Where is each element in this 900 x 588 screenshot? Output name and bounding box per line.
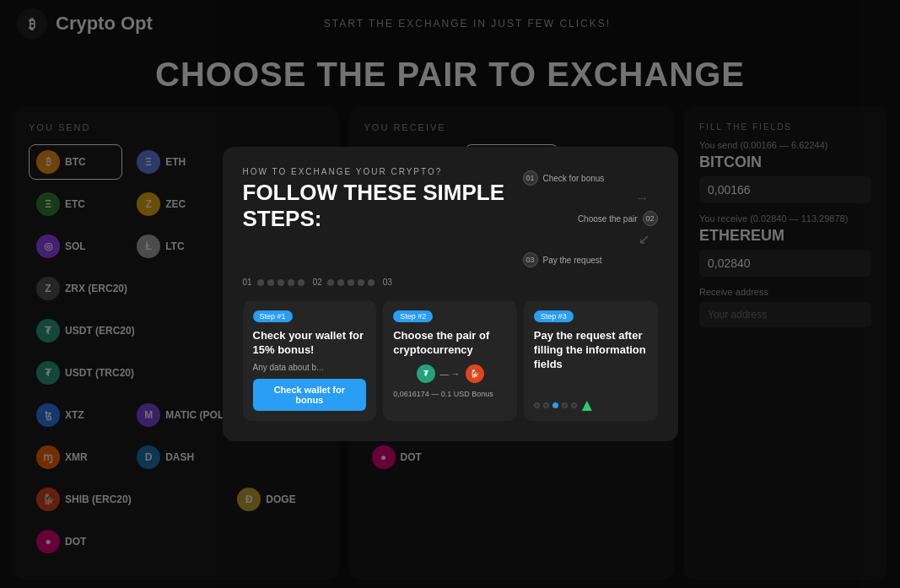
- card2-coins: ₮ —→ 🐕: [393, 364, 507, 383]
- modal-overlay[interactable]: HOW TO EXCHANGE YOUR CRYPTO? FOLLOW THES…: [0, 0, 900, 588]
- diagram-step2: Choose the pair 02: [523, 211, 658, 226]
- diag-circle-2: 02: [643, 211, 658, 226]
- dot-1: [534, 402, 540, 408]
- step-dot-2b: [337, 279, 344, 286]
- diagram-step3: 03 Pay the request: [523, 252, 658, 267]
- modal-title: FOLLOW THESE SIMPLE STEPS:: [243, 180, 523, 232]
- step-num-2: 02: [313, 278, 322, 287]
- card2-progress: 0,0616174 — 0.1 USD Bonus: [393, 390, 507, 398]
- modal: HOW TO EXCHANGE YOUR CRYPTO? FOLLOW THES…: [223, 147, 678, 441]
- step-dot-2a: [327, 279, 334, 286]
- step-dot-2d: [358, 279, 364, 286]
- step-num-3: 03: [383, 278, 392, 287]
- step-card-2: Step #2 Choose the pair of cryptocurrenc…: [383, 300, 517, 421]
- card3-dots: [534, 401, 592, 411]
- step-card-3: Step #3 Pay the request after filling th…: [524, 300, 658, 421]
- dot-2: [543, 402, 549, 408]
- diag-label-3: Pay the request: [543, 256, 602, 265]
- dot-5: [571, 402, 577, 408]
- card3-badge: Step #3: [534, 310, 574, 322]
- card1-title: Check your wallet for 15% bonus!: [253, 329, 367, 358]
- dot-3: [552, 402, 558, 408]
- check-mark: [582, 401, 592, 411]
- step-dot-2e: [368, 279, 375, 286]
- step-dot-1c: [278, 279, 284, 286]
- diagram-step1: 01 Check for bonus: [523, 170, 658, 186]
- step-dot-1b: [267, 279, 274, 286]
- card1-badge: Step #1: [253, 310, 293, 322]
- card2-coin-to: 🐕: [466, 364, 484, 383]
- diag-circle-3: 03: [523, 252, 538, 267]
- card2-title: Choose the pair of cryptocurrency: [393, 329, 507, 358]
- card3-title: Pay the request after filling the inform…: [534, 329, 648, 372]
- step-dot-1e: [298, 279, 304, 286]
- step-cards: Step #1 Check your wallet for 15% bonus!…: [243, 300, 658, 421]
- step-dot-1d: [288, 279, 294, 286]
- step-card-1: Step #1 Check your wallet for 15% bonus!…: [243, 300, 377, 421]
- step-num-1: 01: [243, 278, 252, 287]
- steps-dots: 01 02 03: [243, 278, 658, 287]
- modal-how-label: HOW TO EXCHANGE YOUR CRYPTO?: [243, 167, 523, 176]
- card2-coin-from: ₮: [417, 364, 435, 383]
- card2-badge: Step #2: [393, 310, 433, 322]
- step-dot-2c: [348, 279, 354, 286]
- diag-circle-1: 01: [523, 170, 538, 186]
- dot-4: [562, 402, 568, 408]
- step-dot-1a: [257, 279, 264, 286]
- check-wallet-button[interactable]: Check wallet for bonus: [253, 379, 367, 411]
- diag-label-1: Check for bonus: [543, 174, 605, 183]
- diag-label-2: Choose the pair: [578, 214, 638, 224]
- card1-sub: Any data about b...: [253, 363, 367, 372]
